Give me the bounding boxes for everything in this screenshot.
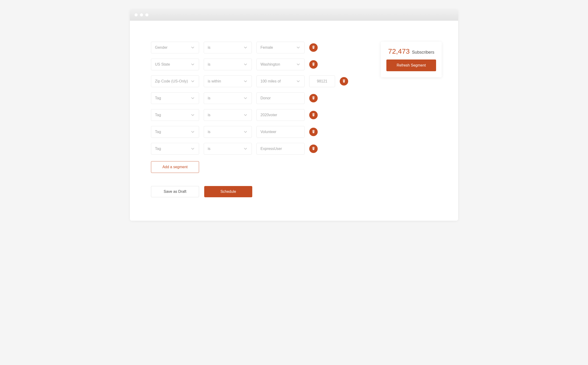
- delete-filter-button[interactable]: [309, 111, 318, 119]
- filter-value-select[interactable]: 2020voter: [257, 109, 305, 121]
- filter-operator-select[interactable]: is within: [204, 75, 252, 87]
- filter-operator-select[interactable]: is: [204, 59, 252, 70]
- filter-operator-label: is within: [208, 79, 221, 83]
- chevron-down-icon: [190, 79, 195, 84]
- subscriber-card: 72,473 Subscribers Refresh Segment: [381, 42, 442, 77]
- subscriber-header: 72,473 Subscribers: [386, 47, 436, 55]
- filters-column: GenderisFemaleUS StateisWashingtonZip Co…: [151, 42, 353, 197]
- trash-icon: [312, 96, 315, 100]
- filter-value-select[interactable]: Volunteer: [257, 126, 305, 138]
- filter-value-select[interactable]: Washington: [257, 59, 305, 70]
- filter-value-label: Washington: [260, 62, 280, 67]
- window-dot: [145, 13, 148, 16]
- filter-field-label: Tag: [155, 96, 161, 100]
- filter-operator-label: is: [208, 62, 211, 67]
- chevron-down-icon: [190, 113, 195, 117]
- filter-row: Tagis2020voter: [151, 109, 353, 121]
- filter-operator-select[interactable]: is: [204, 109, 252, 121]
- add-segment-label: Add a segment: [163, 165, 188, 169]
- chevron-down-icon: [243, 45, 248, 50]
- filter-operator-label: is: [208, 45, 211, 50]
- filter-operator-label: is: [208, 147, 211, 151]
- filter-field-label: US State: [155, 62, 170, 67]
- window-dot: [140, 13, 143, 16]
- filter-extra-input[interactable]: 98121: [309, 75, 335, 87]
- schedule-label: Schedule: [220, 190, 236, 194]
- filter-field-label: Tag: [155, 130, 161, 134]
- save-draft-button[interactable]: Save as Draft: [151, 186, 199, 197]
- filter-rows-container: GenderisFemaleUS StateisWashingtonZip Co…: [151, 42, 353, 155]
- sidebar-column: 72,473 Subscribers Refresh Segment: [381, 42, 442, 197]
- filter-field-label: Tag: [155, 113, 161, 117]
- filter-row: US StateisWashington: [151, 59, 353, 70]
- refresh-segment-button[interactable]: Refresh Segment: [386, 60, 436, 71]
- filter-row: Zip Code (US-Only)is within100 miles of9…: [151, 75, 353, 87]
- filter-operator-select[interactable]: is: [204, 92, 252, 104]
- chevron-down-icon: [243, 62, 248, 67]
- delete-filter-button[interactable]: [309, 60, 318, 69]
- content-area: GenderisFemaleUS StateisWashingtonZip Co…: [130, 21, 458, 221]
- filter-row: TagisDonor: [151, 92, 353, 104]
- filter-field-select[interactable]: Tag: [151, 109, 199, 121]
- trash-icon: [312, 147, 315, 151]
- chevron-down-icon: [243, 113, 248, 117]
- chevron-down-icon: [296, 45, 301, 50]
- trash-icon: [312, 113, 315, 117]
- filter-operator-label: is: [208, 130, 211, 134]
- filter-value-select[interactable]: ExpressUser: [257, 143, 305, 155]
- subscriber-count: 72,473: [388, 47, 410, 55]
- filter-operator-label: is: [208, 113, 211, 117]
- filter-field-label: Tag: [155, 147, 161, 151]
- chevron-down-icon: [190, 62, 195, 67]
- filter-field-select[interactable]: Tag: [151, 126, 199, 138]
- chevron-down-icon: [296, 79, 301, 84]
- chevron-down-icon: [190, 96, 195, 100]
- filter-field-select[interactable]: Tag: [151, 92, 199, 104]
- filter-extra-value: 98121: [317, 79, 328, 83]
- filter-operator-select[interactable]: is: [204, 126, 252, 138]
- subscriber-label: Subscribers: [412, 50, 434, 55]
- chevron-down-icon: [190, 45, 195, 50]
- delete-filter-button[interactable]: [309, 43, 318, 52]
- filter-field-select[interactable]: Tag: [151, 143, 199, 155]
- filter-operator-label: is: [208, 96, 211, 100]
- save-draft-label: Save as Draft: [164, 190, 186, 194]
- chevron-down-icon: [243, 79, 248, 84]
- delete-filter-button[interactable]: [309, 128, 318, 136]
- filter-row: GenderisFemale: [151, 42, 353, 53]
- chevron-down-icon: [243, 130, 248, 134]
- chevron-down-icon: [190, 130, 195, 134]
- filter-value-label: 2020voter: [260, 113, 277, 117]
- filter-value-label: 100 miles of: [260, 79, 281, 83]
- trash-icon: [312, 45, 315, 50]
- filter-field-select[interactable]: US State: [151, 59, 199, 70]
- filter-operator-select[interactable]: is: [204, 42, 252, 53]
- browser-frame: GenderisFemaleUS StateisWashingtonZip Co…: [130, 9, 458, 221]
- filter-value-label: Volunteer: [260, 130, 276, 134]
- filter-value-label: ExpressUser: [260, 147, 282, 151]
- filter-value-select[interactable]: Donor: [257, 92, 305, 104]
- filter-row: TagisExpressUser: [151, 143, 353, 155]
- add-segment-button[interactable]: Add a segment: [151, 161, 199, 173]
- delete-filter-button[interactable]: [309, 145, 318, 153]
- action-row: Save as Draft Schedule: [151, 186, 353, 197]
- filter-value-select[interactable]: 100 miles of: [257, 75, 305, 87]
- trash-icon: [312, 130, 315, 134]
- filter-row: TagisVolunteer: [151, 126, 353, 138]
- delete-filter-button[interactable]: [340, 77, 348, 85]
- filter-field-select[interactable]: Gender: [151, 42, 199, 53]
- trash-icon: [342, 79, 346, 84]
- filter-value-label: Female: [260, 45, 273, 50]
- filter-field-label: Zip Code (US-Only): [155, 79, 188, 83]
- delete-filter-button[interactable]: [309, 94, 318, 102]
- refresh-segment-label: Refresh Segment: [397, 63, 426, 67]
- window-dot: [135, 13, 138, 16]
- filter-value-label: Donor: [260, 96, 271, 100]
- filter-operator-select[interactable]: is: [204, 143, 252, 155]
- schedule-button[interactable]: Schedule: [204, 186, 252, 197]
- chevron-down-icon: [190, 147, 195, 151]
- filter-field-select[interactable]: Zip Code (US-Only): [151, 75, 199, 87]
- filter-value-select[interactable]: Female: [257, 42, 305, 53]
- chevron-down-icon: [296, 62, 301, 67]
- chevron-down-icon: [243, 96, 248, 100]
